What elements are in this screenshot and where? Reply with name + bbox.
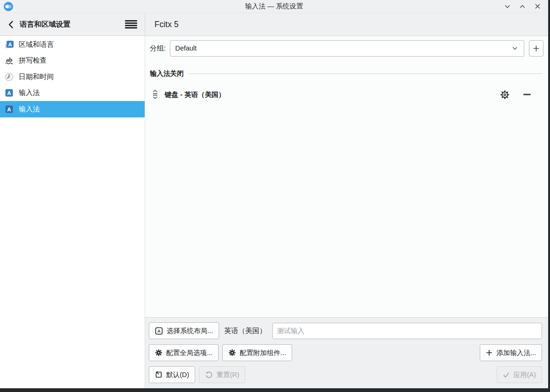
test-input-field[interactable] [272,323,542,339]
page-title: Fcitx 5 [154,20,179,29]
overflow-menu-button[interactable] [125,18,137,30]
chevron-up-icon [519,3,526,10]
sidebar-header: 语言和区域设置 [0,13,145,36]
sidebar-item-input-method[interactable]: A 输入法 [0,85,145,102]
plus-icon [486,349,492,356]
undo-icon [205,371,213,378]
region-language-icon: A [5,40,14,49]
gear-icon [155,349,162,356]
sidebar-item-label: 日期和时间 [19,73,54,81]
svg-text:A: A [7,106,11,112]
sidebar-item-label: 区域和语言 [19,40,54,49]
main-header: Fcitx 5 [145,13,548,36]
back-chevron-icon [7,21,15,29]
input-method-icon: A [5,88,14,97]
sidebar-item-spellcheck[interactable]: ab 拼写检查 [0,53,145,69]
defaults-button[interactable]: 默认(D) [149,366,195,383]
bottom-toolbar: A 选择系统布局... 英语（美国） [145,317,548,388]
apply-button[interactable]: 应用(A) [497,366,542,383]
sidebar-title: 语言和区域设置 [20,20,71,29]
system-settings-window: 输入法 — 系统设置 语言和区域设置 Fcitx 5 [0,0,548,388]
sidebar: A 区域和语言 ab 拼写检查 [0,36,145,388]
sidebar-item-input-method-selected[interactable]: A 输入法 [0,101,145,117]
add-group-button[interactable] [529,40,543,57]
svg-text:A: A [157,329,161,334]
input-method-row[interactable]: 键盘 - 英语（美国） [150,87,543,102]
svg-text:ab: ab [6,56,13,63]
keyboard-layout-icon: A [155,327,163,335]
section-header: 输入法关闭 [150,69,543,78]
remove-input-method-button[interactable] [522,89,532,100]
group-select[interactable]: Default [170,40,524,57]
sidebar-item-date-time[interactable]: 日期和时间 [0,69,145,85]
input-method-icon: A [5,105,14,114]
drag-handle-icon[interactable] [152,89,159,100]
window-title: 输入法 — 系统设置 [0,2,548,11]
configure-addons-button[interactable]: 配置附加组件... [222,344,292,361]
section-title: 输入法关闭 [150,69,184,78]
clock-icon [5,73,14,81]
svg-text:A: A [7,90,11,96]
current-layout-label: 英语（美国） [224,327,266,335]
check-icon [503,371,510,378]
close-button[interactable] [533,2,542,11]
configure-global-options-button[interactable]: 配置全局选项... [149,344,219,361]
input-method-name: 键盘 - 英语（美国） [165,90,225,99]
gear-icon [500,90,510,100]
maximize-button[interactable] [518,2,527,11]
minus-icon [523,94,531,95]
back-button[interactable] [4,17,18,31]
configure-input-method-button[interactable] [499,89,510,100]
group-select-value: Default [175,44,512,52]
chevron-down-icon [504,3,511,10]
sidebar-item-label: 输入法 [19,88,40,97]
hamburger-icon [125,20,137,22]
add-input-method-button[interactable]: 添加输入法... [480,344,542,361]
chevron-down-icon [512,45,518,51]
sidebar-item-label: 输入法 [19,105,40,114]
titlebar: 输入法 — 系统设置 [0,0,548,13]
gear-icon [228,349,236,356]
fcitx-content: 分组: Default 输入法关闭 [145,36,548,317]
plus-icon [533,45,540,52]
sidebar-item-label: 拼写检查 [19,56,47,65]
svg-text:A: A [8,41,12,47]
spellcheck-icon: ab [5,56,14,65]
select-system-layout-button[interactable]: A 选择系统布局... [149,322,219,339]
header-band: 语言和区域设置 Fcitx 5 [0,13,548,36]
group-label: 分组: [150,44,166,53]
sidebar-item-region-language[interactable]: A 区域和语言 [0,36,145,53]
restore-defaults-icon [155,371,162,378]
section-divider [188,73,543,74]
close-icon [535,3,541,9]
minimize-button[interactable] [503,2,512,11]
reset-button[interactable]: 重置(R) [199,366,245,383]
